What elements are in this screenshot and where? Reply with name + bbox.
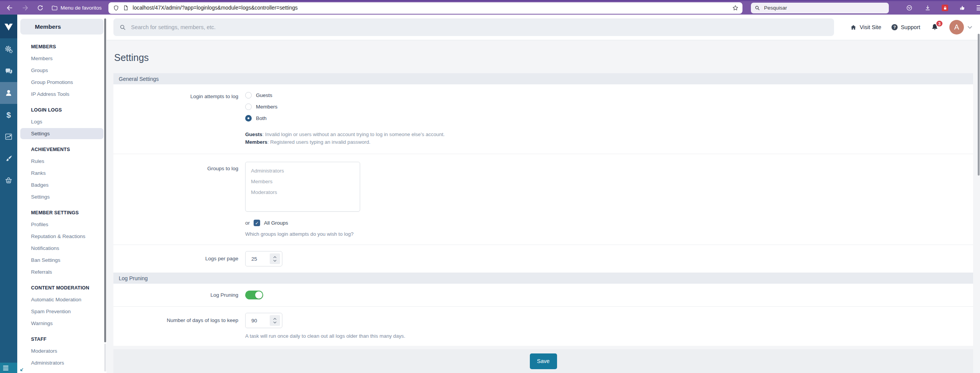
invision-logo[interactable] <box>0 15 17 38</box>
logs-per-page-input[interactable] <box>246 251 267 266</box>
forward-icon[interactable] <box>21 4 29 12</box>
sidebar-item-group-promotions[interactable]: Group Promotions <box>17 76 107 88</box>
settings-content: Settings General Settings Login attempts… <box>107 40 980 373</box>
radio-option-members[interactable]: Members <box>245 104 973 110</box>
rail-stats-icon[interactable] <box>0 126 17 148</box>
sidebar-item-logs[interactable]: Logs <box>17 116 107 128</box>
sidebar-item-rules[interactable]: Rules <box>17 155 107 167</box>
days-to-keep-row: Number of days of logs to keep A task wi… <box>113 307 973 346</box>
radio-both[interactable] <box>245 115 252 122</box>
sidebar-item-members[interactable]: Members <box>17 53 107 64</box>
folder-icon <box>51 5 58 11</box>
sidebar-item-profiles[interactable]: Profiles <box>17 219 107 230</box>
notifications-button[interactable]: 3 <box>931 23 939 31</box>
page-title: Settings <box>114 52 973 63</box>
sidebar-item-staff-directory[interactable]: Staff Directory <box>17 369 107 373</box>
groups-to-log-row: Groups to log Administrators Members Mod… <box>113 154 973 245</box>
browser-menu-icon[interactable] <box>977 5 980 10</box>
sidebar-item-automatic-moderation[interactable]: Automatic Moderation <box>17 294 107 306</box>
sidebar-item-groups[interactable]: Groups <box>17 64 107 76</box>
sidebar-item-achievement-settings[interactable]: Settings <box>17 191 107 203</box>
rail-commerce-icon[interactable]: $ <box>0 104 17 126</box>
admin-search-input[interactable] <box>130 24 828 31</box>
pocket-icon[interactable] <box>905 4 913 12</box>
group-option-moderators[interactable]: Moderators <box>246 187 360 198</box>
back-icon[interactable] <box>5 4 14 12</box>
sidebar-item-referrals[interactable]: Referrals <box>17 266 107 278</box>
main-scrollbar-thumb[interactable] <box>978 34 980 176</box>
app-title-chip: Members <box>20 19 103 35</box>
admin-search[interactable] <box>113 18 834 36</box>
content-spacer <box>113 346 973 349</box>
radio-option-guests[interactable]: Guests <box>245 92 973 99</box>
browser-search[interactable] <box>751 3 889 13</box>
downloads-icon[interactable] <box>923 4 932 12</box>
logs-per-page-label: Logs per page <box>113 251 245 266</box>
reload-icon[interactable] <box>36 4 44 12</box>
screen: Menu de favoritos localhost/47X/admin/?a… <box>0 0 980 373</box>
sidebar-item-spam-prevention[interactable]: Spam Prevention <box>17 306 107 317</box>
sidebar-item-reputation[interactable]: Reputation & Reactions <box>17 230 107 242</box>
rail-members-icon[interactable] <box>0 82 17 104</box>
sidebar-section-login-logs: LOGIN LOGS <box>17 100 107 116</box>
main-panel: Visit Site ? Support 3 A <box>107 15 980 373</box>
browser-search-input[interactable] <box>763 5 885 11</box>
sidebar-item-ban-settings[interactable]: Ban Settings <box>17 254 107 266</box>
sidebar: Members MEMBERS Members Groups Group Pro… <box>17 15 107 373</box>
radio-members-label: Members <box>256 104 277 110</box>
account-menu[interactable]: A <box>949 20 972 35</box>
visit-site-label: Visit Site <box>860 24 881 30</box>
favorites-menu[interactable]: Menu de favoritos <box>51 5 102 11</box>
log-pruning-toggle[interactable] <box>245 291 263 299</box>
sidebar-item-login-settings[interactable]: Settings <box>20 128 103 139</box>
login-attempts-row: Login attempts to log Guests Members <box>113 84 973 154</box>
days-to-keep-field <box>245 313 282 328</box>
visit-site-link[interactable]: Visit Site <box>850 24 881 31</box>
rail-community-icon[interactable] <box>0 60 17 82</box>
save-button[interactable]: Save <box>530 353 557 369</box>
home-icon <box>850 24 857 31</box>
login-attempts-label: Login attempts to log <box>113 92 245 146</box>
logs-per-page-stepper[interactable] <box>270 253 280 264</box>
rail-system-icon[interactable] <box>0 38 17 60</box>
group-option-administrators[interactable]: Administrators <box>246 166 360 176</box>
sidebar-item-notifications[interactable]: Notifications <box>17 242 107 254</box>
sidebar-item-ranks[interactable]: Ranks <box>17 167 107 179</box>
extension-icon[interactable] <box>958 4 967 12</box>
app-icon-rail: $ <box>0 15 17 373</box>
rail-customization-icon[interactable] <box>0 148 17 169</box>
collapse-menu-button[interactable] <box>0 363 17 373</box>
days-to-keep-stepper[interactable] <box>270 315 280 326</box>
bookmark-star-icon[interactable] <box>732 5 739 11</box>
shield-icon[interactable] <box>113 5 119 11</box>
general-settings-section-header: General Settings <box>113 73 973 84</box>
radio-guests[interactable] <box>245 92 252 99</box>
group-option-members[interactable]: Members <box>246 176 360 187</box>
chevron-down-icon <box>967 26 972 29</box>
rail-spacer <box>0 191 17 363</box>
support-link[interactable]: ? Support <box>892 24 920 30</box>
sidebar-scrollbar-thumb[interactable] <box>104 18 106 342</box>
groups-to-log-hint: Which groups login attempts do you wish … <box>245 231 973 237</box>
all-groups-checkbox[interactable]: ✓ <box>254 220 260 226</box>
avatar[interactable]: A <box>949 20 964 35</box>
url-bar[interactable]: localhost/47X/admin/?app=loginlogs&modul… <box>108 2 742 14</box>
days-to-keep-input[interactable] <box>246 313 267 328</box>
url-text[interactable]: localhost/47X/admin/?app=loginlogs&modul… <box>133 5 728 11</box>
sidebar-item-administrators[interactable]: Administrators <box>17 357 107 369</box>
browser-toolbar: Menu de favoritos localhost/47X/admin/?a… <box>0 0 980 15</box>
sidebar-item-moderators[interactable]: Moderators <box>17 345 107 357</box>
sidebar-scrollbar-track[interactable] <box>104 343 106 371</box>
rail-marketplace-icon[interactable] <box>0 169 17 191</box>
radio-members[interactable] <box>245 104 252 110</box>
sidebar-item-ip-address-tools[interactable]: IP Address Tools <box>17 88 107 100</box>
menu-icon <box>3 366 8 370</box>
extension-lock-icon[interactable] <box>942 5 948 11</box>
all-groups-label[interactable]: All Groups <box>264 220 288 226</box>
sidebar-item-warnings[interactable]: Warnings <box>17 317 107 329</box>
groups-multiselect[interactable]: Administrators Members Moderators <box>245 162 360 212</box>
sidebar-item-badges[interactable]: Badges <box>17 179 107 191</box>
radio-option-both[interactable]: Both <box>245 115 973 122</box>
logs-per-page-field <box>245 251 282 266</box>
browser-action-icons <box>905 4 980 12</box>
